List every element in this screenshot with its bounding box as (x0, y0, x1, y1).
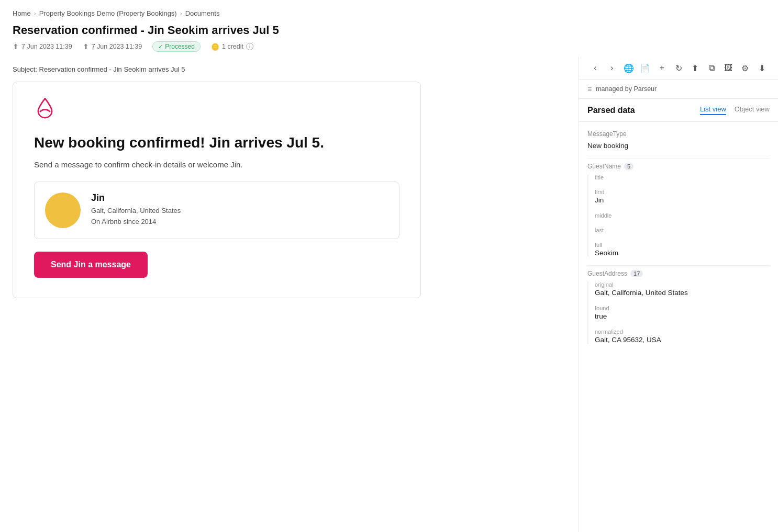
created-date-value: 7 Jun 2023 11:39 (21, 43, 72, 50)
breadcrumb-current: Documents (185, 9, 220, 17)
guestname-label: GuestName (587, 163, 621, 170)
breadcrumb-sep-1: › (34, 10, 36, 17)
messagetype-value: New booking (587, 142, 770, 150)
doc-title: Reservation confirmed - Jin Seokim arriv… (13, 24, 765, 37)
email-headline: New booking confirmed! Jin arrives Jul 5… (34, 134, 399, 152)
guestaddress-badge: 17 (630, 270, 643, 277)
field-found: found true (595, 305, 770, 320)
original-value: Galt, California, United States (595, 289, 770, 297)
full-value: Seokim (595, 249, 770, 257)
middle-label: middle (595, 212, 770, 219)
field-messagetype: MessageType New booking (587, 130, 770, 150)
field-first: first Jin (595, 189, 770, 204)
page-container: Home › Property Bookings Demo (Property … (0, 0, 778, 532)
airbnb-logo (34, 98, 399, 121)
found-value: true (595, 312, 770, 320)
created-date: ⬆ 7 Jun 2023 11:39 (13, 42, 72, 51)
title-label: title (595, 174, 770, 180)
guestaddress-label: GuestAddress (587, 270, 627, 277)
divider-1 (587, 158, 770, 159)
email-subject: Subject: Reservation confirmed - Jin Seo… (13, 65, 566, 73)
guest-since: On Airbnb since 2014 (91, 217, 181, 228)
parsed-toolbar: ‹ › 🌐 📄 + ↻ ⬆ ⧉ 🖼 ⚙ ⬇ (579, 57, 778, 80)
managed-by-text: managed by Parseur (596, 85, 657, 93)
document-button[interactable]: 📄 (638, 60, 653, 76)
messagetype-header: MessageType (587, 130, 770, 138)
status-badge: ✓ Processed (152, 41, 201, 52)
copy-button[interactable]: ⧉ (704, 60, 720, 76)
subject-value: Reservation confirmed - Jin Seokim arriv… (39, 65, 185, 73)
parsed-panel: ‹ › 🌐 📄 + ↻ ⬆ ⧉ 🖼 ⚙ ⬇ ≡ managed by Parse… (579, 57, 778, 532)
credit-value: 1 credit (222, 43, 243, 50)
guest-location: Galt, California, United States (91, 206, 181, 217)
doc-header: Reservation confirmed - Jin Seokim arriv… (0, 21, 778, 57)
breadcrumb-section[interactable]: Property Bookings Demo (Property Booking… (39, 9, 177, 17)
last-label: last (595, 227, 770, 233)
guestaddress-fields: original Galt, California, United States… (587, 281, 770, 344)
guestaddress-header: GuestAddress 17 (587, 270, 770, 277)
guestname-header: GuestName 5 (587, 163, 770, 170)
refresh-button[interactable]: ↻ (671, 60, 686, 76)
view-tabs: List view Object view (700, 105, 770, 115)
email-subtext: Send a message to confirm check-in detai… (34, 160, 399, 169)
nav-forward-button[interactable]: › (604, 60, 620, 76)
full-label: full (595, 242, 770, 248)
breadcrumb-home[interactable]: Home (13, 9, 31, 17)
field-title: title (595, 174, 770, 180)
field-original: original Galt, California, United States (595, 281, 770, 297)
email-panel: Subject: Reservation confirmed - Jin Seo… (0, 57, 579, 532)
first-label: first (595, 189, 770, 195)
settings-button[interactable]: ⚙ (737, 60, 753, 76)
credit-icon: 🪙 (211, 43, 219, 51)
email-content: New booking confirmed! Jin arrives Jul 5… (13, 82, 420, 298)
add-button[interactable]: + (654, 60, 670, 76)
subject-label: Subject: (13, 65, 37, 73)
send-message-button[interactable]: Send Jin a message (34, 252, 148, 278)
guest-card: Jin Galt, California, United States On A… (34, 182, 399, 239)
tab-list-view[interactable]: List view (700, 105, 726, 115)
normalized-value: Galt, CA 95632, USA (595, 336, 770, 344)
divider-2 (587, 265, 770, 266)
upload-date-icon: ⬆ (13, 42, 19, 51)
field-last: last (595, 227, 770, 233)
preview-button[interactable]: 🖼 (721, 60, 737, 76)
found-label: found (595, 305, 770, 311)
parsed-data-header: Parsed data List view Object view (579, 99, 778, 122)
first-value: Jin (595, 196, 770, 204)
layers-icon: ≡ (587, 85, 592, 93)
check-icon: ✓ (158, 43, 163, 50)
guest-name: Jin (91, 193, 181, 203)
email-body: New booking confirmed! Jin arrives Jul 5… (13, 82, 421, 298)
main-layout: Subject: Reservation confirmed - Jin Seo… (0, 57, 778, 532)
globe-button[interactable]: 🌐 (621, 60, 637, 76)
info-icon[interactable]: i (246, 43, 253, 50)
field-middle: middle (595, 212, 770, 219)
managed-bar: ≡ managed by Parseur (579, 80, 778, 99)
guest-info: Jin Galt, California, United States On A… (91, 193, 181, 228)
breadcrumb-sep-2: › (180, 10, 182, 17)
status-text: Processed (165, 43, 195, 50)
original-label: original (595, 281, 770, 288)
field-guestname: GuestName 5 title first Jin mi (587, 163, 770, 257)
guestname-badge: 5 (624, 163, 633, 170)
breadcrumb: Home › Property Bookings Demo (Property … (0, 0, 778, 21)
field-guestaddress: GuestAddress 17 original Galt, Californi… (587, 270, 770, 344)
normalized-label: normalized (595, 329, 770, 335)
updated-date-value: 7 Jun 2023 11:39 (92, 43, 142, 50)
updated-date: ⬆ 7 Jun 2023 11:39 (83, 42, 142, 51)
nav-back-button[interactable]: ‹ (587, 60, 603, 76)
guestname-fields: title first Jin middle last (587, 174, 770, 257)
field-normalized: normalized Galt, CA 95632, USA (595, 329, 770, 344)
updated-date-icon: ⬆ (83, 42, 89, 51)
field-full: full Seokim (595, 242, 770, 257)
upload-button[interactable]: ⬆ (687, 60, 703, 76)
parsed-data-list: MessageType New booking GuestName 5 titl… (579, 122, 778, 532)
messagetype-label: MessageType (587, 130, 627, 138)
doc-meta: ⬆ 7 Jun 2023 11:39 ⬆ 7 Jun 2023 11:39 ✓ … (13, 41, 765, 52)
parsed-data-title: Parsed data (587, 106, 635, 115)
credit-info: 🪙 1 credit i (211, 43, 253, 51)
download-button[interactable]: ⬇ (754, 60, 770, 76)
guest-avatar (45, 193, 81, 228)
tab-object-view[interactable]: Object view (735, 105, 770, 115)
